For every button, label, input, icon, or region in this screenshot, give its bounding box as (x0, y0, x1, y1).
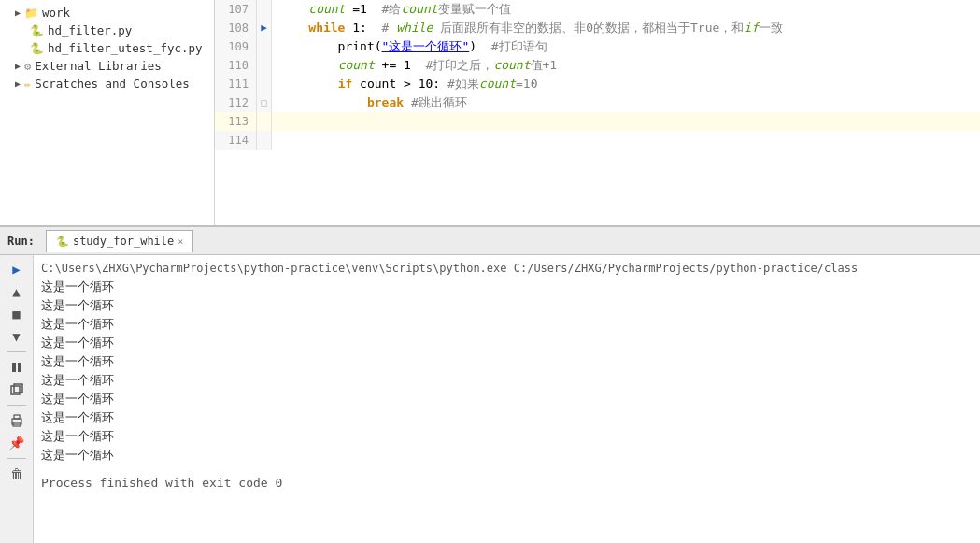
sidebar-item-label: hd_filter_utest_fyc.py (48, 41, 203, 55)
py-file-icon: 🐍 (30, 24, 44, 37)
output-loop-line: 这是一个循环 (41, 296, 973, 315)
sidebar: ▶ 📁 work 🐍 hd_filter.py 🐍 hd_filter_utes… (0, 0, 215, 225)
output-process-line: Process finished with exit code 0 (41, 474, 973, 493)
line-number: 110 (215, 56, 257, 75)
run-output[interactable]: C:\Users\ZHXG\PycharmProjects\python-pra… (34, 255, 980, 543)
output-loop-line: 这是一个循环 (41, 446, 973, 464)
folder-icon: 📁 (24, 7, 38, 20)
output-loop-line: 这是一个循环 (41, 371, 973, 390)
main-area: ▶ 📁 work 🐍 hd_filter.py 🐍 hd_filter_utes… (0, 0, 980, 225)
line-content[interactable] (272, 112, 980, 131)
line-gutter (257, 75, 272, 93)
line-content[interactable]: print("这是一个循环") #打印语句 (272, 37, 980, 56)
output-loop-line: 这是一个循环 (41, 427, 973, 446)
svg-rect-0 (12, 363, 16, 372)
sidebar-item-label: work (42, 6, 70, 20)
line-content[interactable]: while 1: # while 后面跟所有非空的数据、非0的数据，都相当于Tr… (272, 19, 980, 37)
line-number: 108 (215, 19, 257, 37)
arrow-icon: ▶ (15, 7, 21, 18)
run-label: Run: (7, 235, 35, 248)
py-file-icon: 🐍 (30, 42, 44, 55)
line-content[interactable]: count =1 #给count变量赋一个值 (272, 0, 980, 19)
restore-button[interactable] (5, 379, 29, 400)
pause-button[interactable] (5, 357, 29, 378)
sidebar-item-work[interactable]: ▶ 📁 work (0, 4, 214, 21)
run-tabs: Run: 🐍 study_for_while × (0, 227, 980, 255)
loop-lines-container: 这是一个循环这是一个循环这是一个循环这是一个循环这是一个循环这是一个循环这是一个… (41, 278, 973, 464)
output-loop-line: 这是一个循环 (41, 334, 973, 352)
pin-button[interactable]: 📌 (5, 433, 29, 453)
line-gutter: ▶ (257, 19, 272, 37)
run-tab-label: study_for_while (73, 235, 174, 248)
toolbar-separator-2 (7, 405, 26, 406)
scratch-icon: ✏ (24, 78, 31, 91)
line-content[interactable] (272, 131, 980, 150)
code-line-107: 107 count =1 #给count变量赋一个值 (215, 0, 980, 19)
sidebar-item-external-libraries[interactable]: ▶ ⚙ External Libraries (0, 57, 214, 75)
scroll-down-button[interactable]: ▼ (5, 326, 29, 347)
output-loop-line: 这是一个循环 (41, 352, 973, 371)
line-gutter (257, 112, 272, 131)
code-line-110: 110 count += 1 #打印之后，count值+1 (215, 56, 980, 75)
code-line-113: 113 (215, 112, 980, 131)
output-loop-line: 这是一个循环 (41, 315, 973, 334)
line-gutter (257, 0, 272, 19)
line-number: 107 (215, 0, 257, 19)
clear-button[interactable]: 🗑 (5, 464, 29, 484)
editor-area: 107 count =1 #给count变量赋一个值 108 ▶ while 1… (215, 0, 980, 225)
line-content[interactable]: break #跳出循环 (272, 93, 980, 112)
svg-rect-5 (14, 415, 20, 419)
sidebar-item-label: External Libraries (35, 59, 161, 73)
svg-rect-1 (18, 363, 21, 372)
sidebar-item-scratches[interactable]: ▶ ✏ Scratches and Consoles (0, 75, 214, 93)
run-panel: Run: 🐍 study_for_while × ▶ ▲ ■ ▼ (0, 225, 980, 543)
run-tab-study-for-while[interactable]: 🐍 study_for_while × (46, 230, 193, 252)
run-toolbar: ▶ ▲ ■ ▼ (0, 255, 34, 543)
output-loop-line: 这是一个循环 (41, 390, 973, 408)
code-line-108: 108 ▶ while 1: # while 后面跟所有非空的数据、非0的数据，… (215, 19, 980, 37)
line-gutter (257, 56, 272, 75)
sidebar-item-label: Scratches and Consoles (35, 77, 190, 91)
line-number: 111 (215, 75, 257, 93)
line-number: 114 (215, 131, 257, 150)
restore-icon (10, 383, 23, 396)
pause-icon (10, 361, 23, 374)
line-gutter: □ (257, 93, 272, 112)
output-loop-line: 这是一个循环 (41, 408, 973, 427)
code-line-109: 109 print("这是一个循环") #打印语句 (215, 37, 980, 56)
line-number: 112 (215, 93, 257, 112)
code-editor[interactable]: 107 count =1 #给count变量赋一个值 108 ▶ while 1… (215, 0, 980, 225)
tab-close-icon[interactable]: × (178, 236, 183, 247)
lib-icon: ⚙ (24, 60, 31, 73)
line-gutter (257, 131, 272, 150)
output-empty (41, 464, 973, 474)
line-gutter (257, 37, 272, 56)
run-content: ▶ ▲ ■ ▼ (0, 255, 980, 543)
print-button[interactable] (5, 410, 29, 431)
toolbar-separator-1 (7, 351, 26, 352)
print-icon (10, 414, 23, 427)
arrow-icon: ▶ (15, 79, 21, 89)
line-number: 109 (215, 37, 257, 56)
output-cmd-line: C:\Users\ZHXG\PycharmProjects\python-pra… (41, 259, 973, 278)
sidebar-item-hd-filter[interactable]: 🐍 hd_filter.py (0, 21, 214, 39)
line-content[interactable]: count += 1 #打印之后，count值+1 (272, 56, 980, 75)
sidebar-item-label: hd_filter.py (48, 23, 132, 37)
code-line-114: 114 (215, 131, 980, 150)
line-content[interactable]: if count > 10: #如果count=10 (272, 75, 980, 93)
code-line-112: 112 □ break #跳出循环 (215, 93, 980, 112)
run-button[interactable]: ▶ (5, 259, 29, 279)
arrow-icon: ▶ (15, 61, 21, 71)
scroll-up-button[interactable]: ▲ (5, 281, 29, 302)
line-number: 113 (215, 112, 257, 131)
toolbar-separator-3 (7, 458, 26, 459)
output-loop-line: 这是一个循环 (41, 278, 973, 296)
tab-file-icon: 🐍 (56, 236, 69, 248)
stop-button[interactable]: ■ (5, 304, 29, 324)
code-line-111: 111 if count > 10: #如果count=10 (215, 75, 980, 93)
sidebar-item-hd-filter-utest[interactable]: 🐍 hd_filter_utest_fyc.py (0, 39, 214, 57)
